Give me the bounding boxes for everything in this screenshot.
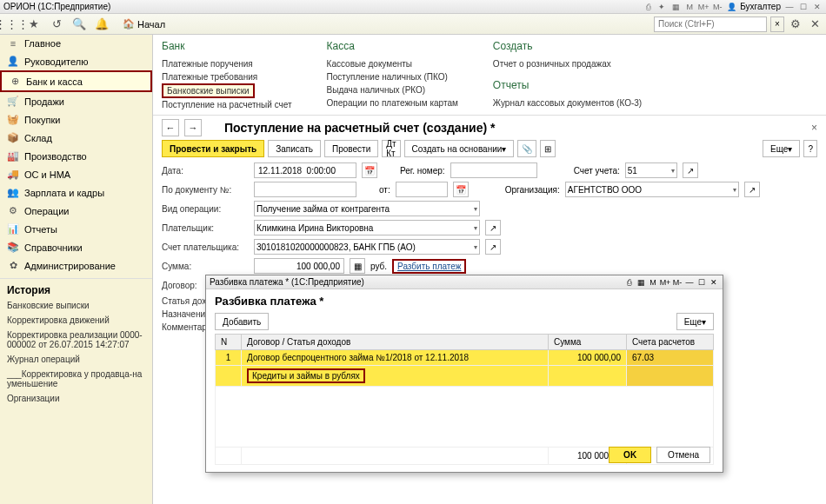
apps-icon[interactable]: ⋮⋮⋮ — [3, 17, 19, 32]
calendar-icon[interactable]: 📅 — [453, 182, 469, 197]
sidebar-item[interactable]: 🏭Производство — [0, 147, 152, 165]
more-button[interactable]: Еще ▾ — [763, 140, 800, 157]
provesti-button[interactable]: Провести — [324, 140, 378, 157]
forward-button[interactable]: → — [184, 119, 202, 136]
mlink[interactable]: Платежные требования — [162, 70, 292, 83]
mminus-icon[interactable]: M- — [712, 2, 723, 12]
sidebar-item[interactable]: 👤Руководителю — [0, 52, 152, 70]
provesti-zakryt-button[interactable]: Провести и закрыть — [162, 140, 264, 157]
history-item[interactable]: Банковские выписки — [0, 298, 152, 313]
history-item[interactable]: Организации — [0, 391, 152, 406]
dlg-icon[interactable]: ⎙ — [623, 277, 634, 288]
help-button[interactable]: ? — [803, 140, 817, 157]
sidebar-item[interactable]: 📦Склад — [0, 129, 152, 147]
open-icon[interactable]: ↗ — [485, 220, 501, 235]
col-sum: Сумма — [549, 335, 627, 350]
sum-input[interactable] — [254, 258, 344, 274]
account-select[interactable]: 51▾ — [625, 162, 677, 178]
mlink[interactable]: Журнал кассовых документов (КО-3) — [493, 96, 642, 109]
dlg-max-icon[interactable]: ☐ — [696, 277, 707, 288]
dlg-min-icon[interactable]: — — [684, 277, 695, 288]
row-dogovor[interactable]: Договор беспроцентного займа №1/2018 от … — [242, 350, 549, 366]
search-icon[interactable]: 🔍 — [71, 17, 87, 32]
calendar-icon[interactable]: 📅 — [362, 162, 377, 178]
sidebar-item[interactable]: ✿Администрирование — [0, 256, 152, 275]
vid-select[interactable]: Получение займа от контрагента▾ — [254, 201, 480, 216]
date-input[interactable] — [254, 162, 356, 178]
back-button[interactable]: ← — [162, 119, 179, 136]
row-n[interactable]: 1 — [216, 350, 242, 366]
add-button[interactable]: Добавить — [215, 313, 269, 330]
open-icon[interactable]: ↗ — [744, 182, 760, 197]
sidebar-item[interactable]: ⊕Банк и касса — [0, 70, 152, 92]
cancel-button[interactable]: Отмена — [656, 447, 710, 463]
calc-icon[interactable]: ▦ — [670, 2, 681, 12]
open-icon[interactable]: ↗ — [485, 239, 501, 255]
sidebar-item[interactable]: 👥Зарплата и кадры — [0, 183, 152, 202]
minimize-icon[interactable]: — — [784, 2, 795, 12]
nav-icon: 📚 — [7, 242, 19, 253]
gear-icon[interactable]: ⚙ — [788, 17, 803, 32]
maximize-icon[interactable]: ☐ — [798, 2, 809, 12]
close-icon[interactable]: ✕ — [812, 2, 823, 12]
search-input[interactable] — [654, 17, 767, 32]
dt-kt-icon[interactable]: ДтКт — [382, 140, 400, 157]
home-button[interactable]: 🏠 Начал — [117, 16, 171, 32]
m-icon[interactable]: M — [684, 2, 695, 12]
dlg-icon[interactable]: M- — [672, 277, 683, 288]
docdate-input[interactable] — [396, 182, 448, 197]
mlink[interactable]: Платежные поручения — [162, 57, 292, 70]
create-basis-button[interactable]: Создать на основании ▾ — [404, 140, 515, 157]
mlink[interactable]: Отчет о розничных продажах — [493, 57, 642, 70]
open-icon[interactable]: ↗ — [683, 162, 698, 178]
split-payment-link[interactable]: Разбить платеж — [392, 259, 466, 274]
history-item[interactable]: Журнал операций — [0, 352, 152, 367]
dlg-more-button[interactable]: Еще ▾ — [676, 313, 714, 330]
ok-button[interactable]: OK — [609, 447, 651, 463]
mplus-icon[interactable]: M+ — [698, 2, 709, 12]
mlink[interactable]: Выдача наличных (РКО) — [327, 83, 458, 96]
calc-icon[interactable]: ▦ — [350, 258, 365, 274]
dlg-icon[interactable]: ▦ — [636, 277, 646, 288]
mlink[interactable]: Поступление на расчетный счет — [162, 98, 292, 111]
row-line2[interactable]: Кредиты и займы в рублях — [247, 368, 365, 383]
attach-icon[interactable]: 📎 — [517, 140, 536, 157]
sidebar-item[interactable]: ⚙Операции — [0, 202, 152, 220]
dlg-close-icon[interactable]: ✕ — [709, 277, 719, 288]
mlink[interactable]: Операции по платежным картам — [327, 96, 458, 109]
bell-icon[interactable]: 🔔 — [94, 17, 110, 32]
sidebar-item[interactable]: 📊Отчеты — [0, 220, 152, 238]
org-select[interactable]: АГЕНТСТВО ООО▾ — [565, 182, 739, 197]
history-item[interactable]: ___Корректировка у продавца-на уменьшени… — [0, 367, 152, 391]
mlink[interactable]: Кассовые документы — [327, 57, 458, 70]
dlg-icon[interactable]: M — [648, 277, 658, 288]
row-sum[interactable]: 100 000,00 — [549, 350, 627, 366]
dialog-window-title: Разбивка платежа * (1С:Предприятие) — [210, 277, 364, 287]
sidebar: ≡Главное👤Руководителю⊕Банк и касса🛒Прода… — [0, 35, 153, 504]
tool-icon[interactable]: ✦ — [656, 2, 667, 12]
sidebar-item[interactable]: 🛒Продажи — [0, 92, 152, 110]
mlink[interactable]: Поступление наличных (ПКО) — [327, 70, 458, 83]
regnum-input[interactable] — [450, 162, 537, 178]
row-acc[interactable]: 67.03 — [627, 350, 714, 366]
docnum-input[interactable] — [254, 182, 356, 197]
nav-icon: 🏭 — [7, 150, 19, 162]
close-panel-icon[interactable]: ✕ — [807, 17, 823, 32]
history-item[interactable]: Корректировка реализации 0000-000002 от … — [0, 328, 152, 352]
sidebar-item[interactable]: ≡Главное — [0, 35, 152, 52]
mlink-bank-statements[interactable]: Банковские выписки — [162, 83, 255, 98]
print-icon[interactable]: ⎙ — [643, 2, 653, 12]
search-clear[interactable]: × — [770, 17, 784, 32]
zapisat-button[interactable]: Записать — [268, 140, 321, 157]
history-icon[interactable]: ↺ — [49, 17, 64, 32]
sidebar-item[interactable]: 📚Справочники — [0, 238, 152, 256]
sidebar-item[interactable]: 🧺Покупки — [0, 110, 152, 129]
excel-icon[interactable]: ⊞ — [540, 140, 556, 157]
star-icon[interactable]: ★ — [26, 17, 42, 32]
sidebar-item[interactable]: 🚚ОС и НМА — [0, 165, 152, 183]
form-close-icon[interactable]: × — [811, 122, 817, 134]
history-item[interactable]: Корректировка движений — [0, 313, 152, 328]
payer-select[interactable]: Климкина Ирина Викторовна▾ — [254, 220, 480, 235]
payer-acc-select[interactable]: 3010181020000000823, БАНК ГПБ (АО)▾ — [254, 239, 480, 255]
dlg-icon[interactable]: M+ — [660, 277, 670, 288]
